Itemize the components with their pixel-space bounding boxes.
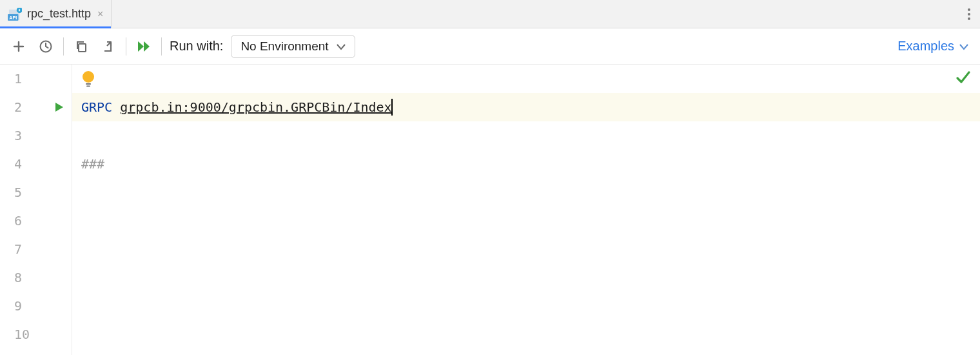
tab-bar: API rpc_test.http × bbox=[0, 0, 980, 28]
svg-rect-11 bbox=[86, 86, 90, 87]
line-number: 6 bbox=[0, 213, 65, 228]
run-all-button[interactable] bbox=[134, 37, 153, 56]
code-line[interactable] bbox=[72, 121, 980, 150]
copy-button[interactable] bbox=[72, 37, 91, 56]
line-number: 4 bbox=[0, 156, 65, 172]
environment-select[interactable]: No Environment bbox=[231, 35, 355, 58]
gutter-run-icon[interactable] bbox=[54, 102, 65, 112]
code-line[interactable] bbox=[72, 207, 980, 235]
svg-text:API: API bbox=[9, 15, 17, 21]
svg-point-6 bbox=[968, 17, 970, 20]
gutter: 1 2 3 4 5 6 7 8 9 10 bbox=[0, 65, 72, 355]
code-line[interactable] bbox=[72, 235, 980, 263]
line-number: 2 bbox=[0, 99, 54, 115]
environment-value: No Environment bbox=[240, 39, 328, 54]
line-number: 10 bbox=[0, 327, 65, 342]
chevron-down-icon bbox=[959, 39, 968, 54]
separator bbox=[126, 37, 126, 56]
request-url: grpcb.in:9000/grpcbin.GRPCBin/Index bbox=[120, 99, 391, 115]
code-line[interactable]: ### bbox=[72, 150, 980, 178]
intention-bulb-icon[interactable] bbox=[81, 70, 95, 88]
tab-options-kebab-icon[interactable] bbox=[967, 0, 971, 28]
svg-point-5 bbox=[968, 13, 970, 15]
import-button[interactable] bbox=[99, 37, 118, 56]
history-button[interactable] bbox=[36, 37, 55, 56]
separator bbox=[161, 37, 162, 56]
editor: 1 2 3 4 5 6 7 8 9 10 GRPC grpcb.in:9000/… bbox=[0, 65, 980, 355]
chevron-down-icon bbox=[337, 39, 346, 54]
code-line[interactable] bbox=[72, 178, 980, 207]
line-number: 9 bbox=[0, 298, 65, 314]
line-number: 5 bbox=[0, 185, 65, 200]
examples-label: Examples bbox=[897, 39, 954, 54]
status-ok-icon bbox=[956, 70, 971, 89]
line-number: 3 bbox=[0, 128, 65, 143]
code-line[interactable] bbox=[72, 263, 980, 292]
svg-rect-10 bbox=[86, 83, 91, 85]
grpc-keyword: GRPC bbox=[81, 99, 112, 115]
examples-dropdown[interactable]: Examples bbox=[897, 39, 971, 54]
svg-point-9 bbox=[83, 71, 94, 83]
svg-rect-8 bbox=[79, 44, 86, 52]
code-line[interactable] bbox=[72, 320, 980, 349]
request-separator: ### bbox=[81, 156, 104, 172]
close-icon[interactable]: × bbox=[96, 8, 104, 20]
line-number: 8 bbox=[0, 270, 65, 285]
api-file-icon: API bbox=[8, 8, 22, 21]
text-cursor bbox=[391, 99, 393, 116]
http-client-toolbar: Run with: No Environment Examples bbox=[0, 28, 980, 65]
separator bbox=[63, 37, 64, 56]
svg-point-3 bbox=[19, 9, 20, 10]
run-with-group: Run with: No Environment bbox=[170, 35, 355, 58]
tab-rpc-test[interactable]: API rpc_test.http × bbox=[0, 0, 112, 28]
tab-filename: rpc_test.http bbox=[27, 7, 91, 21]
run-with-label: Run with: bbox=[170, 39, 223, 54]
svg-point-4 bbox=[968, 8, 970, 11]
code-line[interactable]: GRPC grpcb.in:9000/grpcbin.GRPCBin/Index bbox=[72, 93, 980, 121]
code-line[interactable] bbox=[72, 65, 980, 93]
code-area[interactable]: GRPC grpcb.in:9000/grpcbin.GRPCBin/Index… bbox=[72, 65, 980, 355]
line-number: 7 bbox=[0, 241, 65, 257]
line-number: 1 bbox=[0, 71, 54, 86]
add-request-button[interactable] bbox=[9, 37, 28, 56]
code-line[interactable] bbox=[72, 292, 980, 320]
